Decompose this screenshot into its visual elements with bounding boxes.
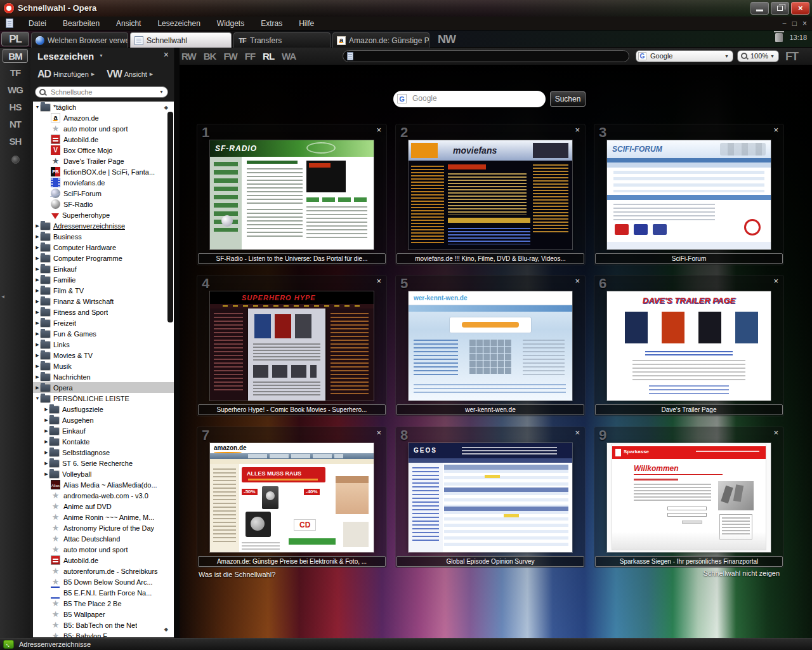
- speed-dial-3[interactable]: 3 SCIFI-FORUM SciFi-Forum: [594, 124, 784, 265]
- panel-rail-sh[interactable]: SH: [3, 135, 28, 149]
- folder-item-t-glich[interactable]: ▼ *täglich: [33, 102, 174, 112]
- folder-item-familie[interactable]: ▶ Familie: [33, 274, 174, 285]
- trash-icon[interactable]: [775, 33, 783, 42]
- folder-item-st-6-serie-recherche[interactable]: ▶ ST 6. Serie Recherche: [33, 458, 174, 468]
- folder-item-fun-games[interactable]: ▶ Fun & Games: [33, 328, 174, 339]
- speed-dial-5[interactable]: 5 wer-kennt-wen.de wer-kennt-wen.de: [395, 275, 586, 416]
- expander-icon[interactable]: ▶: [34, 223, 41, 229]
- zoom-dropdown[interactable]: 100% ▼: [737, 50, 779, 62]
- bookmark-item-autorenforum-de-schreibkurs[interactable]: autorenforum.de - Schreibkurs: [33, 566, 174, 576]
- folder-item-volleyball[interactable]: ▶ Volleyball: [33, 468, 174, 479]
- expander-icon[interactable]: ▼: [34, 396, 41, 401]
- speed-dial-4[interactable]: 4 SUPERHERO HYPE Superhero Hype! - Comi: [197, 275, 387, 416]
- bookmark-item-b5-e-f-n-i-earth-force-na[interactable]: B5 E.F.N.I. Earth Force Na...: [33, 587, 174, 598]
- scroll-down-diamond-icon[interactable]: ◆: [164, 627, 168, 632]
- fit-to-width-button[interactable]: FT: [785, 48, 798, 65]
- bookmark-item-anime-ronin-anime-m[interactable]: Anime Ronin ~~~ Anime, M...: [33, 512, 174, 522]
- expander-icon[interactable]: ▶: [43, 472, 49, 477]
- mdi-minimize-button[interactable]: −: [782, 17, 787, 30]
- folder-item-computer-hardware[interactable]: ▶ Computer Hardware: [33, 242, 174, 253]
- expander-icon[interactable]: ▶: [34, 353, 41, 358]
- bookmark-item-moviefans-de[interactable]: moviefans.de: [33, 177, 174, 188]
- expander-icon[interactable]: ▶: [34, 385, 41, 390]
- add-bookmark-button[interactable]: AD Hinzufügen ▶: [37, 65, 95, 83]
- menu-item-extras[interactable]: Extras: [252, 17, 291, 30]
- tab-welchen-browser-verwen[interactable]: Welchen Browser verwen...: [31, 32, 128, 48]
- address-bar[interactable]: [343, 50, 629, 62]
- bookmark-item-b5-wallpaper[interactable]: B5 Wallpaper: [33, 609, 174, 620]
- bookmark-item-sf-radio[interactable]: SF-Radio: [33, 199, 174, 209]
- menu-item-datei[interactable]: Datei: [20, 17, 55, 30]
- bookmark-item-fictionbox-de-scifi-fanta[interactable]: fictionBOX.de | SciFi, Fanta...: [33, 166, 174, 177]
- folder-item-ausflugsziele[interactable]: ▶ Ausflugsziele: [33, 404, 174, 415]
- bookmark-item-box-office-mojo[interactable]: Box Office Mojo: [33, 145, 174, 156]
- dial-close-icon[interactable]: [773, 126, 778, 135]
- folder-item-einkauf[interactable]: ▶ Einkauf: [33, 263, 174, 274]
- expander-icon[interactable]: ▶: [34, 310, 41, 315]
- folder-item-adressenverzeichnisse[interactable]: ▶ Adressenverzeichnisse: [33, 220, 174, 231]
- folder-item-nachrichten[interactable]: ▶ Nachrichten: [33, 371, 174, 382]
- bookmark-item-andromeda-web-com-v3-0[interactable]: andromeda-web.com - v3.0: [33, 490, 174, 501]
- speed-dial-2[interactable]: 2 moviefans moviefans.de !!! Kino, Filme…: [395, 124, 586, 265]
- folder-item-opera[interactable]: ▶ Opera: [33, 382, 174, 393]
- new-tab-button[interactable]: NW: [438, 32, 455, 47]
- speed-dial-hide-link[interactable]: Schnellwahl nicht zeigen: [704, 569, 780, 577]
- tab-transfers[interactable]: TF Transfers: [233, 32, 331, 48]
- menu-item-ansicht[interactable]: Ansicht: [108, 17, 149, 30]
- scrollbar-thumb[interactable]: [167, 112, 173, 322]
- dial-close-icon[interactable]: [575, 126, 580, 135]
- expander-icon[interactable]: ▶: [43, 407, 49, 412]
- bookmark-item-auto-motor-und-sport[interactable]: auto motor und sport: [33, 123, 174, 134]
- bookmark-item-superherohype[interactable]: Superherohype: [33, 209, 174, 220]
- panel-close-icon[interactable]: ×: [164, 50, 169, 60]
- search-engine-dropdown[interactable]: G Google ▼: [636, 50, 733, 62]
- expander-icon[interactable]: ▶: [43, 450, 49, 455]
- bookmark-item-attac-deutschland[interactable]: Attac Deutschland: [33, 533, 174, 544]
- bookmark-item-dave-s-trailer-page[interactable]: Dave's Trailer Page: [33, 156, 174, 166]
- dial-close-icon[interactable]: [575, 277, 580, 286]
- menu-item-bearbeiten[interactable]: Bearbeiten: [55, 17, 108, 30]
- dial-close-icon[interactable]: [575, 428, 580, 437]
- speed-dial-7[interactable]: 7 amazon.de ALLES MUSS RAUS -50% -40%: [197, 427, 387, 568]
- scroll-up-diamond-icon[interactable]: ◆: [164, 105, 168, 110]
- expander-icon[interactable]: ▼: [34, 105, 41, 109]
- view-menu-button[interactable]: VW Ansicht ▶: [107, 65, 153, 83]
- folder-item-einkauf[interactable]: ▶ Einkauf: [33, 425, 174, 436]
- folder-item-finanz-wirtschaft[interactable]: ▶ Finanz & Wirtschaft: [33, 296, 174, 307]
- search-submit-button[interactable]: Suchen: [550, 91, 586, 107]
- panels-toggle-button[interactable]: PL: [1, 32, 29, 46]
- speed-dial-1[interactable]: 1 SF-RADIO SF-Radio - Listen to the Univ…: [197, 124, 387, 265]
- expander-icon[interactable]: ▶: [34, 234, 41, 239]
- panel-splitter[interactable]: [175, 48, 180, 638]
- quick-search-field[interactable]: ▼: [35, 86, 168, 98]
- panel-rail-nt[interactable]: NT: [3, 117, 28, 131]
- menu-item-lesezeichen[interactable]: Lesezeichen: [149, 17, 208, 30]
- folder-item-freizeit[interactable]: ▶ Freizeit: [33, 317, 174, 328]
- close-button[interactable]: ×: [791, 2, 809, 15]
- bookmark-item-b5-babtech-on-the-net[interactable]: B5: BabTech on the Net: [33, 620, 174, 630]
- bookmark-item-autobild-de[interactable]: Autobild.de: [33, 134, 174, 145]
- google-search-input[interactable]: [411, 91, 538, 105]
- expander-icon[interactable]: ▶: [34, 331, 41, 336]
- folder-item-computer-programme[interactable]: ▶ Computer Programme: [33, 253, 174, 263]
- expander-icon[interactable]: ▶: [34, 375, 41, 380]
- expander-icon[interactable]: ▶: [34, 256, 41, 261]
- address-input[interactable]: [357, 51, 624, 62]
- expander-icon[interactable]: ▶: [34, 267, 41, 272]
- bookmark-item-scifi-forum[interactable]: SciFi-Forum: [33, 188, 174, 199]
- expander-icon[interactable]: ▶: [34, 277, 41, 282]
- toolbar-button-rw[interactable]: RW: [181, 48, 196, 65]
- speed-dial-8[interactable]: 8 GEOS Global Episode Opinion Survey: [395, 427, 586, 568]
- expander-icon[interactable]: ▶: [34, 299, 41, 304]
- folder-item-film-tv[interactable]: ▶ Film & TV: [33, 285, 174, 296]
- minimize-button[interactable]: [750, 2, 769, 15]
- toolbar-button-fw[interactable]: FW: [223, 48, 237, 65]
- folder-item-kontakte[interactable]: ▶ Kontakte: [33, 436, 174, 447]
- expander-icon[interactable]: ▶: [34, 245, 41, 250]
- expander-icon[interactable]: ▶: [43, 439, 49, 444]
- folder-item-musik[interactable]: ▶ Musik: [33, 361, 174, 371]
- panel-rail-hs[interactable]: HS: [3, 100, 28, 114]
- chevron-down-icon[interactable]: ▼: [99, 53, 103, 58]
- dial-close-icon[interactable]: [376, 126, 381, 135]
- speed-dial-6[interactable]: 6 DAVE'S TRAILER PAGE Dave's Trailer Pag…: [594, 275, 784, 416]
